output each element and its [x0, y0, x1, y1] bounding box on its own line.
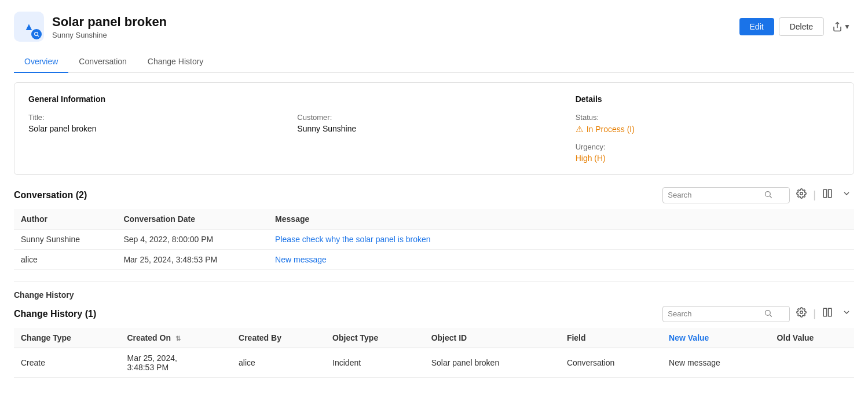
conversation-section: Conversation (2) | [14, 187, 854, 270]
col-field: Field [560, 328, 662, 348]
warning-icon: ⚠ [576, 124, 583, 134]
change-history-title: Change History (1) [14, 309, 96, 319]
ch-columns-icon-button[interactable] [819, 305, 836, 322]
customer-label: Customer: [297, 113, 556, 122]
conversation-search-bar[interactable] [662, 187, 790, 203]
general-info-title: General Information [28, 94, 557, 104]
status-value: ⚠ In Process (I) [576, 124, 840, 134]
change-history-section: Change History (1) | [14, 305, 854, 378]
change-history-toolbar: | [662, 305, 854, 322]
customer-value: Sunny Sunshine [297, 124, 556, 133]
col-empty [507, 209, 854, 229]
tab-overview[interactable]: Overview [14, 51, 68, 73]
conversation-header: Conversation (2) | [14, 187, 854, 203]
cell-date: Sep 4, 2022, 8:00:00 PM [116, 229, 268, 250]
svg-rect-6 [823, 189, 826, 198]
general-info-card: General Information Title: Solar panel b… [14, 82, 854, 175]
conversation-search-input[interactable] [668, 191, 760, 199]
status-label: Status: [576, 113, 840, 122]
columns-icon-button[interactable] [819, 187, 836, 203]
tab-conversation[interactable]: Conversation [68, 51, 137, 73]
conversation-title: Conversation (2) [14, 190, 87, 200]
ch-expand-icon-button[interactable] [839, 306, 854, 322]
details-title: Details [576, 94, 840, 104]
col-created-on: Created On ⇅ [120, 328, 232, 348]
cell-object-type: Incident [325, 348, 424, 378]
message-link[interactable]: Please check why the solar panel is brok… [275, 235, 430, 244]
col-object-id: Object ID [424, 328, 560, 348]
cell-field: Conversation [560, 348, 662, 378]
share-button[interactable]: ▼ [829, 19, 854, 34]
header-actions: Edit Delete ▼ [739, 17, 854, 36]
page-subtitle: Sunny Sunshine [52, 31, 167, 39]
delete-button[interactable]: Delete [779, 17, 824, 36]
title-block: Title: Solar panel broken [28, 113, 288, 133]
search-icon [764, 190, 772, 200]
tab-change-history[interactable]: Change History [137, 51, 214, 73]
table-row: Sunny Sunshine Sep 4, 2022, 8:00:00 PM P… [14, 229, 854, 250]
svg-line-4 [770, 196, 772, 198]
cell-change-type: Create [14, 348, 120, 378]
conversation-toolbar: | [662, 187, 854, 203]
cell-author: alice [14, 250, 116, 270]
svg-point-8 [766, 310, 771, 315]
search-icon [764, 309, 772, 319]
header-title-group: Solar panel broken Sunny Sunshine [52, 14, 167, 39]
cell-message: New message [268, 250, 507, 270]
cell-created-on: Mar 25, 2024,3:48:53 PM [120, 348, 232, 378]
conversation-table-header-row: Author Conversation Date Message [14, 209, 854, 229]
col-created-by: Created By [232, 328, 325, 348]
change-history-header: Change History (1) | [14, 305, 854, 322]
card-inner-layout: General Information Title: Solar panel b… [28, 94, 840, 163]
cell-old-value [770, 348, 854, 378]
svg-rect-11 [823, 308, 826, 316]
toolbar-pipe: | [813, 189, 816, 201]
change-history-outer-label: Change History [14, 290, 854, 300]
app-icon: ▲ [14, 12, 44, 42]
edit-button[interactable]: Edit [739, 18, 774, 35]
urgency-block: Urgency: High (H) [576, 143, 840, 163]
svg-rect-12 [829, 308, 832, 316]
svg-line-9 [770, 315, 772, 316]
cell-author: Sunny Sunshine [14, 229, 116, 250]
urgency-value: High (H) [576, 154, 840, 163]
col-object-type: Object Type [325, 328, 424, 348]
change-history-search-input[interactable] [668, 309, 760, 318]
divider [14, 282, 854, 282]
table-row: Create Mar 25, 2024,3:48:53 PM alice Inc… [14, 348, 854, 378]
customer-block: Customer: Sunny Sunshine [297, 113, 556, 133]
chevron-down-icon: ▼ [844, 23, 851, 31]
icon-badge [31, 29, 42, 39]
status-block: Status: ⚠ In Process (I) [576, 113, 840, 134]
table-row: alice Mar 25, 2024, 3:48:53 PM New messa… [14, 250, 854, 270]
settings-icon-button[interactable] [793, 187, 810, 203]
cell-message: Please check why the solar panel is brok… [268, 229, 507, 250]
col-change-type: Change Type [14, 328, 120, 348]
expand-icon-button[interactable] [839, 187, 854, 203]
col-author: Author [14, 209, 116, 229]
details-section: Details Status: ⚠ In Process (I) Urgency… [576, 94, 840, 163]
title-label: Title: [28, 113, 288, 122]
ch-settings-icon-button[interactable] [793, 305, 810, 322]
cell-new-value: New message [662, 348, 770, 378]
col-conversation-date: Conversation Date [116, 209, 268, 229]
svg-point-10 [800, 311, 803, 314]
message-link[interactable]: New message [275, 255, 327, 264]
svg-point-3 [766, 191, 771, 196]
col-new-value: New Value [662, 328, 770, 348]
svg-point-5 [800, 192, 803, 195]
ch-table-header-row: Change Type Created On ⇅ Created By Obje… [14, 328, 854, 348]
col-old-value: Old Value [770, 328, 854, 348]
svg-point-0 [35, 32, 38, 36]
urgency-label: Urgency: [576, 143, 840, 151]
general-info-grid: Title: Solar panel broken Customer: Sunn… [28, 113, 557, 133]
page-title: Solar panel broken [52, 14, 167, 30]
header-left: ▲ Solar panel broken Sunny Sunshine [14, 12, 167, 42]
change-history-table: Change Type Created On ⇅ Created By Obje… [14, 328, 854, 378]
sort-icon: ⇅ [175, 335, 181, 342]
cell-date: Mar 25, 2024, 3:48:53 PM [116, 250, 268, 270]
change-history-search-bar[interactable] [662, 306, 790, 322]
cell-created-by: alice [232, 348, 325, 378]
svg-line-1 [38, 35, 39, 37]
cell-object-id: Solar panel broken [424, 348, 560, 378]
